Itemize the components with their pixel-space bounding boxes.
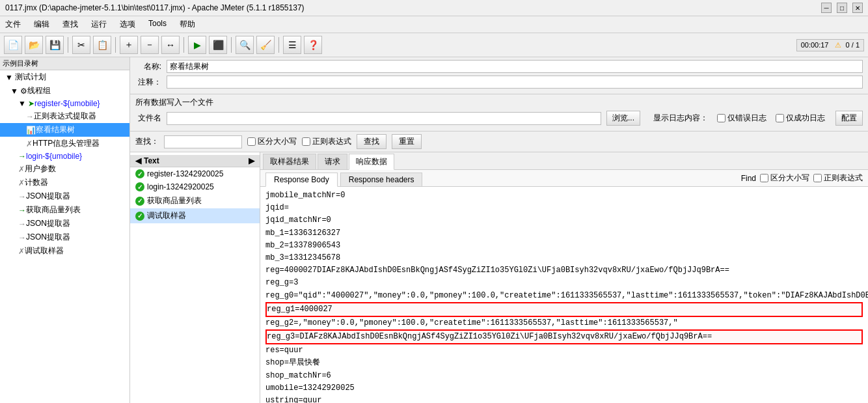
sample-item-label: login-13242920025 xyxy=(147,182,214,191)
tab-sampler-result[interactable]: 取样器结果 xyxy=(263,154,316,169)
config-button[interactable]: 配置 xyxy=(835,111,863,126)
tree-item-counter[interactable]: ✗ 计数器 xyxy=(0,176,129,189)
response-line: ustring=quur xyxy=(265,395,863,403)
status-icon-green: ✓ xyxy=(135,212,144,221)
tab-request[interactable]: 请求 xyxy=(318,154,347,169)
tree-item-get-products[interactable]: → 获取商品量列表 xyxy=(0,203,129,217)
remote-button[interactable]: 🔍 xyxy=(236,36,254,54)
add-button[interactable]: ＋ xyxy=(120,36,138,54)
tree-item-login[interactable]: → login-${umobile} xyxy=(0,150,129,162)
stop-button[interactable]: ⬛ xyxy=(209,36,227,54)
response-line-highlighted: reg_g1=4000027 xyxy=(265,302,863,317)
response-line: reg_g=3 xyxy=(265,277,863,289)
note-input[interactable] xyxy=(167,76,863,89)
response-line: jqid_matchNr=0 xyxy=(265,214,863,227)
name-input[interactable] xyxy=(167,60,863,73)
error-log-checkbox[interactable] xyxy=(717,114,726,122)
find-regex-option[interactable]: 正则表达式 xyxy=(813,173,863,184)
clear-button[interactable]: 🧹 xyxy=(256,36,275,54)
file-label: 文件名 xyxy=(135,113,161,124)
search-input[interactable] xyxy=(164,135,242,148)
regex-checkbox[interactable] xyxy=(302,137,310,146)
success-log-option[interactable]: 仅成功日志 xyxy=(776,113,825,124)
menu-tools[interactable]: Tools xyxy=(146,18,169,31)
x-icon: ✗ xyxy=(26,139,33,148)
tree-item-debug-sampler[interactable]: ✗ 调试取样器 xyxy=(0,244,129,258)
find-button[interactable]: 查找 xyxy=(357,134,387,149)
find-case-option[interactable]: 区分大小写 xyxy=(760,173,809,184)
close-button[interactable]: ✕ xyxy=(852,3,863,13)
search-label: 查找： xyxy=(135,136,159,147)
response-line: mb_3=13312345678 xyxy=(265,252,863,264)
success-log-checkbox[interactable] xyxy=(776,114,784,122)
sample-item-register[interactable]: ✓ register-13242920025 xyxy=(130,167,260,180)
tree-item-json-extractor2[interactable]: → JSON提取器 xyxy=(0,217,129,230)
tree-item-test-plan[interactable]: ▼ 测试计划 xyxy=(0,70,129,84)
find-label: Find xyxy=(741,174,756,183)
menu-help[interactable]: 帮助 xyxy=(177,18,198,31)
tree-item-http-header[interactable]: ✗ HTTP信息头管理器 xyxy=(0,137,129,150)
sample-item-login[interactable]: ✓ login-13242920025 xyxy=(130,180,260,193)
sample-item-products[interactable]: ✓ 获取商品量列表 xyxy=(130,193,260,208)
remove-button[interactable]: － xyxy=(141,36,159,54)
menu-options[interactable]: 选项 xyxy=(117,18,138,31)
tree-item-regex[interactable]: → 正则表达式提取器 xyxy=(0,109,129,123)
find-regex-checkbox[interactable] xyxy=(813,174,822,182)
tree-item-register[interactable]: ▼ ➤ register-${umobile} xyxy=(0,98,129,109)
regex-option[interactable]: 正则表达式 xyxy=(302,136,351,147)
x-icon: ✗ xyxy=(18,165,25,174)
arrow-icon: → xyxy=(18,152,26,161)
menu-run[interactable]: 运行 xyxy=(88,18,109,31)
tree-item-result-tree[interactable]: 📊 察看结果树 xyxy=(0,123,129,137)
menu-file[interactable]: 文件 xyxy=(3,18,23,31)
sample-item-label: 获取商品量列表 xyxy=(147,195,202,206)
error-log-option[interactable]: 仅错误日志 xyxy=(717,113,766,124)
new-button[interactable]: 📄 xyxy=(4,36,22,54)
x-icon: ✗ xyxy=(18,178,25,188)
tree-item-label: 测试计划 xyxy=(15,72,46,83)
sub-tab-response-body[interactable]: Response Body xyxy=(265,173,338,187)
search-bar: 查找： 区分大小写 正则表达式 查找 重置 xyxy=(130,132,868,152)
tree-item-label: 线程组 xyxy=(27,85,51,96)
separator3 xyxy=(183,37,184,53)
open-button[interactable]: 📂 xyxy=(25,36,43,54)
save-button[interactable]: 💾 xyxy=(46,36,64,54)
arrow-icon: → xyxy=(18,206,26,215)
find-case-checkbox[interactable] xyxy=(760,174,768,182)
tab-response-data[interactable]: 响应数据 xyxy=(349,154,394,170)
response-line: mb_1=13363126327 xyxy=(265,227,863,240)
tree-item-json-extractor1[interactable]: → JSON提取器 xyxy=(0,189,129,203)
scroll-right-icon[interactable]: ▶ xyxy=(249,156,254,165)
main-layout: 示例目录树 ▼ 测试计划 ▼ ⚙ 线程组 ▼ ➤ register-${umob… xyxy=(0,57,868,403)
tree-item-thread-group[interactable]: ▼ ⚙ 线程组 xyxy=(0,84,129,98)
help-button[interactable]: ❓ xyxy=(304,36,322,54)
menubar: 文件 编辑 查找 运行 选项 Tools 帮助 xyxy=(0,16,868,33)
case-sensitive-checkbox[interactable] xyxy=(247,137,256,146)
chart-icon: 📊 xyxy=(26,126,36,135)
browse-button[interactable]: 浏览... xyxy=(606,111,640,126)
tree-item-json-extractor3[interactable]: → JSON提取器 xyxy=(0,230,129,244)
list-button[interactable]: ☰ xyxy=(283,36,301,54)
sample-item-debug[interactable]: ✓ 调试取样器 xyxy=(130,208,260,223)
arrow-icon: → xyxy=(18,219,26,229)
run-button[interactable]: ▶ xyxy=(188,36,206,54)
menu-edit[interactable]: 编辑 xyxy=(31,18,52,31)
sub-tab-response-headers[interactable]: Response headers xyxy=(340,173,423,186)
expand-button[interactable]: ↔ xyxy=(161,36,180,54)
scroll-left-icon[interactable]: ◀ xyxy=(135,156,141,165)
note-row: 注释： xyxy=(135,76,863,89)
tree-header-label: 示例目录树 xyxy=(0,57,129,70)
tree-item-label: JSON提取器 xyxy=(26,218,70,229)
content-split: ◀ Text ▶ ✓ register-13242920025 ✓ login-… xyxy=(130,152,868,403)
cut-button[interactable]: ✂ xyxy=(72,36,90,54)
minimize-button[interactable]: ─ xyxy=(821,3,832,13)
filename-input[interactable] xyxy=(167,112,601,125)
reset-button[interactable]: 重置 xyxy=(392,134,422,149)
note-label: 注释： xyxy=(135,77,161,88)
copy-button[interactable]: 📋 xyxy=(93,36,111,54)
case-sensitive-option[interactable]: 区分大小写 xyxy=(247,136,297,147)
tree-item-user-params[interactable]: ✗ 用户参数 xyxy=(0,162,129,176)
menu-search[interactable]: 查找 xyxy=(60,18,81,31)
maximize-button[interactable]: □ xyxy=(837,3,847,13)
tree-item-icon: ⚙ xyxy=(20,87,27,96)
